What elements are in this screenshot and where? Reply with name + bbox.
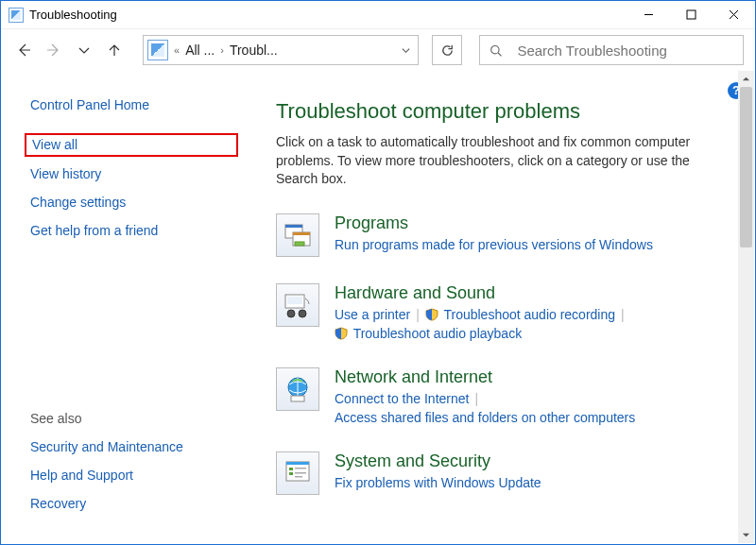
history-dropdown-button[interactable]	[73, 39, 95, 61]
shield-icon	[425, 308, 438, 321]
content-area: Control Panel Home View all View history…	[2, 71, 754, 543]
app-window: Troubleshooting « All ...	[0, 0, 756, 545]
category-hardware: Hardware and Sound Use a printer | Troub…	[276, 283, 735, 341]
separator: |	[416, 307, 420, 322]
page-description: Click on a task to automatically trouble…	[276, 133, 711, 189]
link-connect-internet[interactable]: Connect to the Internet	[335, 391, 469, 406]
sidebar-change-settings[interactable]: Change settings	[30, 195, 238, 210]
titlebar: Troubleshooting	[1, 1, 755, 29]
maximize-button[interactable]	[670, 1, 713, 29]
see-also-security[interactable]: Security and Maintenance	[30, 439, 238, 454]
sidebar-view-history[interactable]: View history	[30, 166, 238, 181]
svg-point-9	[287, 310, 295, 317]
svg-rect-18	[295, 472, 306, 474]
link-windows-update[interactable]: Fix problems with Windows Update	[335, 475, 541, 490]
nav-back-button[interactable]	[12, 39, 35, 61]
svg-point-1	[491, 45, 499, 53]
location-icon	[147, 40, 168, 60]
scroll-down-button[interactable]	[738, 527, 754, 543]
link-audio-playback[interactable]: Troubleshoot audio playback	[335, 326, 522, 341]
svg-rect-16	[289, 472, 293, 475]
window-title: Troubleshooting	[29, 8, 117, 22]
svg-point-10	[299, 310, 306, 317]
sidebar-view-all[interactable]: View all	[25, 133, 238, 157]
category-hardware-title[interactable]: Hardware and Sound	[335, 283, 735, 303]
svg-rect-6	[295, 242, 304, 246]
link-shared-files[interactable]: Access shared files and folders on other…	[335, 410, 635, 425]
address-dropdown-button[interactable]	[393, 36, 418, 64]
scroll-thumb[interactable]	[740, 87, 752, 247]
hardware-icon	[276, 283, 319, 327]
search-box[interactable]	[479, 35, 744, 65]
svg-rect-0	[687, 10, 696, 19]
see-also-help[interactable]: Help and Support	[30, 468, 238, 483]
link-audio-recording[interactable]: Troubleshoot audio recording	[425, 307, 615, 322]
svg-rect-3	[285, 225, 302, 228]
programs-icon	[276, 213, 319, 257]
chevron-right-icon: ›	[218, 44, 226, 56]
breadcrumb[interactable]: « All ... › Troubl...	[172, 43, 393, 58]
main-panel: ? Troubleshoot computer problems Click o…	[257, 71, 754, 543]
svg-rect-5	[293, 232, 310, 235]
crumb-all[interactable]: All ...	[185, 43, 215, 58]
sidebar-get-help[interactable]: Get help from a friend	[30, 223, 238, 238]
control-panel-home-link[interactable]: Control Panel Home	[30, 97, 238, 112]
toolbar: « All ... › Troubl...	[1, 29, 755, 71]
close-button[interactable]	[713, 1, 755, 29]
address-bar[interactable]: « All ... › Troubl...	[143, 35, 419, 65]
see-also-heading: See also	[30, 411, 238, 426]
sidebar: Control Panel Home View all View history…	[2, 71, 257, 543]
separator: |	[474, 391, 478, 406]
category-network-title[interactable]: Network and Internet	[335, 367, 735, 387]
shield-icon	[335, 327, 348, 340]
system-icon	[276, 451, 319, 495]
link-use-printer[interactable]: Use a printer	[335, 307, 410, 322]
category-system-title[interactable]: System and Security	[335, 451, 735, 471]
vertical-scrollbar[interactable]	[738, 71, 754, 543]
refresh-button[interactable]	[432, 35, 462, 65]
svg-rect-15	[289, 468, 293, 470]
app-icon	[9, 8, 24, 23]
nav-forward-button[interactable]	[43, 39, 65, 61]
page-heading: Troubleshoot computer problems	[276, 99, 735, 124]
chevron-left-icon: «	[172, 44, 181, 56]
svg-rect-14	[286, 462, 309, 465]
svg-rect-17	[295, 468, 306, 469]
svg-rect-19	[295, 476, 302, 478]
separator: |	[621, 307, 625, 322]
network-icon	[276, 367, 319, 411]
minimize-button[interactable]	[627, 1, 670, 29]
crumb-troubleshooting[interactable]: Troubl...	[230, 43, 278, 58]
svg-rect-8	[287, 297, 302, 304]
category-programs: Programs Run programs made for previous …	[276, 213, 735, 257]
nav-up-button[interactable]	[103, 39, 126, 61]
svg-rect-12	[291, 396, 304, 401]
see-also-recovery[interactable]: Recovery	[30, 496, 238, 511]
search-input[interactable]	[515, 42, 733, 60]
category-programs-title[interactable]: Programs	[335, 213, 735, 233]
search-icon	[490, 43, 502, 58]
category-system: System and Security Fix problems with Wi…	[276, 451, 735, 495]
link-run-legacy-programs[interactable]: Run programs made for previous versions …	[335, 237, 653, 252]
category-network: Network and Internet Connect to the Inte…	[276, 367, 735, 425]
scroll-up-button[interactable]	[738, 71, 754, 87]
